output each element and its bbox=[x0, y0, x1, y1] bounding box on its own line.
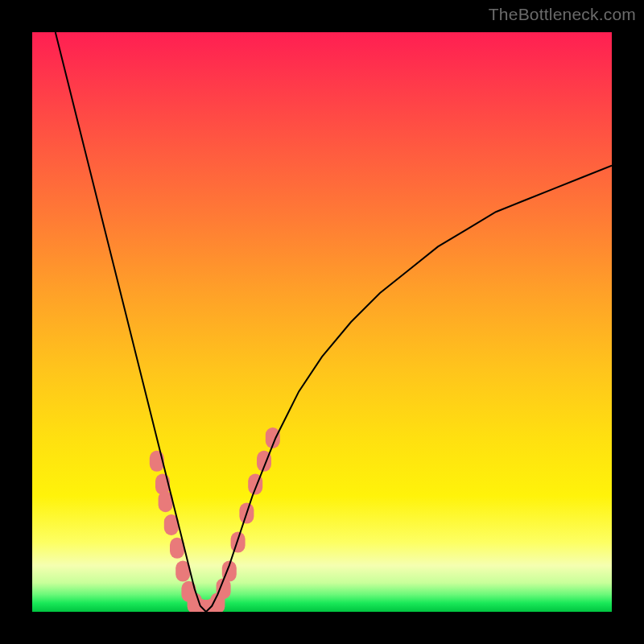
curve-layer bbox=[32, 32, 612, 612]
marker-layer bbox=[150, 427, 280, 612]
watermark-text: TheBottleneck.com bbox=[489, 5, 636, 24]
chart-frame: TheBottleneck.com bbox=[0, 0, 644, 644]
plot-area bbox=[32, 32, 612, 612]
bottleneck-curve bbox=[56, 32, 612, 612]
marker-pill bbox=[231, 532, 246, 553]
